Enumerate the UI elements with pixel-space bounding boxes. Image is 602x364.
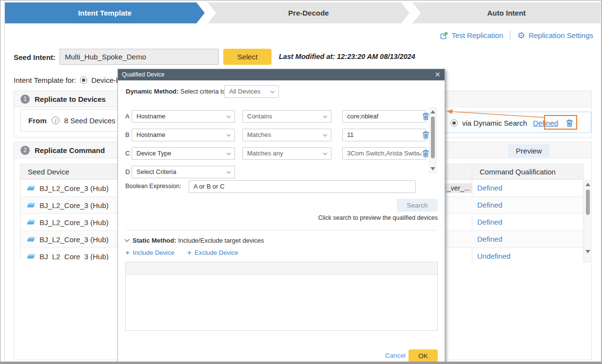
seed-device-column-header: Seed Device bbox=[28, 168, 69, 176]
chevron-down-icon bbox=[323, 151, 327, 155]
device-icon bbox=[27, 186, 35, 191]
search-button[interactable]: Search bbox=[397, 199, 438, 211]
preview-button[interactable]: Preview bbox=[508, 144, 550, 157]
criteria-field-value: Hostname bbox=[136, 131, 165, 138]
qualification-row[interactable]: Defined bbox=[443, 197, 583, 214]
criteria-letter: C bbox=[125, 150, 130, 157]
step-2-badge: 2 bbox=[20, 146, 30, 155]
defined-link[interactable]: Defined bbox=[533, 119, 558, 127]
qualification-status-link[interactable]: Undefined bbox=[477, 252, 510, 260]
qualification-status-link[interactable]: Defined bbox=[477, 218, 503, 226]
exclude-device-link[interactable]: + Exclude Device bbox=[187, 249, 238, 256]
scroll-thumb[interactable] bbox=[586, 190, 590, 215]
command-partial-text: _ver_... bbox=[445, 183, 472, 193]
collapse-chevron-icon[interactable] bbox=[125, 237, 130, 242]
criteria-value-text: 11 bbox=[347, 131, 354, 138]
dialog-title: Qualified Device bbox=[122, 71, 164, 78]
criteria-row: C Device Type Matches any 3Com Switch,Ar… bbox=[125, 147, 437, 160]
replication-settings-link[interactable]: ⚙ Replication Settings bbox=[517, 31, 593, 40]
tab-pre-decode[interactable]: Pre-Decode bbox=[208, 2, 409, 23]
from-label: From bbox=[28, 116, 47, 125]
tab-intent-template[interactable]: Intent Template bbox=[5, 2, 205, 23]
device-scope-select[interactable]: All Devices bbox=[224, 85, 279, 98]
intent-template-for-row: Intent Template for: Device-b bbox=[14, 76, 120, 84]
seed-device-name: BJ_L2_Core_3 (Hub) bbox=[39, 218, 109, 227]
criteria-field-select[interactable]: Device Type bbox=[132, 147, 235, 160]
ok-button[interactable]: OK bbox=[408, 349, 438, 363]
criteria-operator-value: Matches any bbox=[247, 150, 283, 157]
criteria-operator-value: Contains bbox=[247, 113, 272, 120]
cancel-button[interactable]: Cancel bbox=[385, 352, 407, 359]
criteria-operator-value: Matches bbox=[247, 131, 271, 138]
tab-auto-intent[interactable]: Auto Intent bbox=[412, 2, 601, 23]
scroll-up-arrow[interactable] bbox=[430, 110, 435, 114]
seed-device-name: BJ_L2_Core_3 (Hub) bbox=[39, 252, 109, 261]
criteria-value-text: core;nbleaf bbox=[347, 113, 378, 120]
seed-intent-input[interactable] bbox=[59, 49, 219, 65]
include-device-link[interactable]: + Include Device bbox=[125, 249, 175, 256]
criteria-field-select[interactable]: Hostname bbox=[132, 110, 235, 123]
device-based-label: Device-b bbox=[91, 76, 120, 84]
command-qualification-column-header: Command Qualification bbox=[480, 168, 556, 176]
left-frame-line bbox=[4, 0, 5, 364]
criteria-field-select[interactable]: Select Criteria bbox=[132, 166, 235, 178]
toolbar-separator bbox=[510, 30, 510, 41]
boolean-expression-input[interactable]: A or B or C bbox=[189, 180, 416, 193]
qualification-status-link[interactable]: Defined bbox=[477, 235, 503, 243]
device-icon bbox=[27, 203, 35, 208]
device-icon bbox=[27, 237, 35, 242]
criteria-value-input[interactable]: 3Com Switch,Arista Switc... bbox=[342, 147, 426, 160]
scroll-thumb[interactable] bbox=[431, 116, 435, 158]
static-method-header: Static Method: Include/Exclude target de… bbox=[125, 237, 264, 244]
criteria-operator-select[interactable]: Matches any bbox=[242, 147, 331, 160]
qualified-device-dialog: Qualified Device × Dynamic Method: Selec… bbox=[117, 69, 445, 362]
test-replication-label: Test Replication bbox=[451, 31, 503, 39]
close-icon[interactable]: × bbox=[435, 69, 440, 80]
criteria-field-value: Hostname bbox=[136, 113, 165, 120]
boolean-expression-label: Boolean Expression: bbox=[125, 183, 181, 190]
scroll-down-arrow[interactable] bbox=[585, 250, 590, 253]
qualification-status-link[interactable]: Defined bbox=[477, 201, 503, 209]
seed-devices-count: 8 Seed Devices bbox=[64, 116, 116, 125]
static-method-rest: Include/Exclude target devices bbox=[176, 237, 264, 244]
external-link-icon bbox=[440, 32, 448, 39]
via-dynamic-search-radio[interactable] bbox=[450, 119, 458, 127]
test-replication-link[interactable]: Test Replication bbox=[440, 31, 503, 39]
chevron-down-icon bbox=[323, 133, 327, 136]
qualification-row[interactable]: Defined bbox=[443, 231, 583, 248]
qualification-scrollbar[interactable] bbox=[584, 180, 592, 263]
via-dynamic-search-label: via Dynamic Search bbox=[462, 119, 527, 127]
seed-device-name: BJ_L2_Core_3 (Hub) bbox=[39, 235, 109, 244]
select-button[interactable]: Select bbox=[223, 49, 272, 65]
intent-template-for-label: Intent Template for: bbox=[14, 76, 76, 84]
replication-settings-label: Replication Settings bbox=[528, 31, 593, 39]
criteria-row: B Hostname Matches 11 bbox=[125, 129, 437, 141]
step-1-badge: 1 bbox=[20, 95, 30, 104]
delete-method-trash-icon[interactable] bbox=[565, 119, 574, 128]
criteria-field-select[interactable]: Hostname bbox=[132, 129, 235, 141]
criteria-field-value: Device Type bbox=[136, 150, 171, 157]
criteria-scrollbar[interactable] bbox=[429, 107, 437, 173]
device-icon bbox=[27, 220, 35, 225]
info-icon[interactable]: i bbox=[52, 116, 59, 124]
criteria-row: A Hostname Contains core;nbleaf bbox=[125, 110, 437, 123]
chevron-down-icon bbox=[323, 114, 327, 118]
criteria-operator-select[interactable]: Matches bbox=[242, 129, 331, 141]
toolbar: Test Replication ⚙ Replication Settings bbox=[440, 29, 593, 42]
scroll-down-arrow[interactable] bbox=[430, 167, 435, 171]
dialog-titlebar[interactable]: Qualified Device × bbox=[118, 69, 445, 80]
scroll-up-arrow[interactable] bbox=[585, 183, 590, 186]
device-based-radio[interactable] bbox=[80, 77, 87, 84]
criteria-row: D Select Criteria bbox=[125, 166, 437, 178]
plus-icon: + bbox=[187, 249, 192, 256]
criteria-value-input[interactable]: 11 bbox=[342, 129, 426, 141]
exclude-device-label: Exclude Device bbox=[194, 249, 238, 256]
qualification-row[interactable]: Defined bbox=[443, 214, 583, 231]
qualification-row[interactable]: Undefined bbox=[443, 248, 583, 263]
chevron-down-icon bbox=[227, 151, 231, 155]
criteria-operator-select[interactable]: Contains bbox=[242, 110, 331, 123]
criteria-value-input[interactable]: core;nbleaf bbox=[342, 110, 426, 123]
chevron-down-icon bbox=[271, 89, 274, 93]
qualification-row[interactable]: _ver_... Defined bbox=[443, 180, 583, 197]
qualification-status-link[interactable]: Defined bbox=[477, 184, 503, 192]
